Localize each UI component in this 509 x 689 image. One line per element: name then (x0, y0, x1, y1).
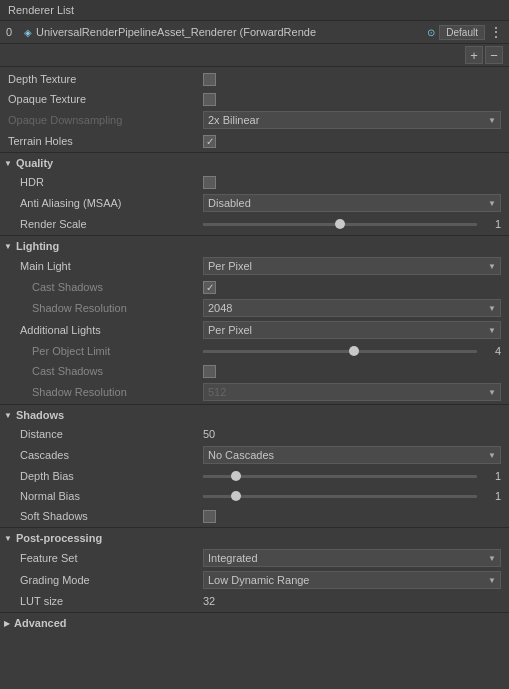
additional-lights-dropdown[interactable]: Per Pixel ▼ (203, 321, 501, 339)
quality-section-body: HDR Anti Aliasing (MSAA) Disabled ▼ Rend… (0, 172, 509, 234)
normal-bias-number: 1 (481, 490, 501, 502)
additional-shadow-resolution-row: Shadow Resolution 512 ▼ (0, 381, 509, 403)
grading-mode-dropdown[interactable]: Low Dynamic Range ▼ (203, 571, 501, 589)
dropdown-arrow-icon: ▼ (488, 304, 496, 313)
dropdown-arrow-icon: ▼ (488, 554, 496, 563)
additional-cast-shadows-row: Cast Shadows (0, 361, 509, 381)
additional-cast-shadows-checkbox[interactable] (203, 365, 216, 378)
depth-texture-label: Depth Texture (8, 73, 203, 85)
depth-bias-track[interactable] (203, 475, 477, 478)
depth-texture-checkbox[interactable] (203, 73, 216, 86)
main-shadow-resolution-label: Shadow Resolution (8, 302, 203, 314)
normal-bias-value: 1 (203, 490, 501, 502)
per-object-limit-row: Per Object Limit 4 (0, 341, 509, 361)
additional-cast-shadows-label: Cast Shadows (8, 365, 203, 377)
renderer-icon: ◈ (24, 27, 32, 38)
postprocessing-title: Post-processing (16, 532, 102, 544)
soft-shadows-label: Soft Shadows (8, 510, 203, 522)
hdr-row: HDR (0, 172, 509, 192)
renderer-tag: Default (439, 25, 485, 40)
main-light-value: Per Pixel ▼ (203, 257, 501, 275)
lighting-title: Lighting (16, 240, 59, 252)
grading-mode-value: Low Dynamic Range ▼ (203, 571, 501, 589)
opaque-downsampling-dropdown[interactable]: 2x Bilinear ▼ (203, 111, 501, 129)
quality-title: Quality (16, 157, 53, 169)
additional-cast-shadows-value (203, 365, 501, 378)
hdr-checkbox[interactable] (203, 176, 216, 189)
title-label: Renderer List (8, 4, 74, 16)
shadows-title: Shadows (16, 409, 64, 421)
main-light-dropdown[interactable]: Per Pixel ▼ (203, 257, 501, 275)
terrain-holes-label: Terrain Holes (8, 135, 203, 147)
cascades-value: No Cascades ▼ (203, 446, 501, 464)
main-shadow-resolution-value: 2048 ▼ (203, 299, 501, 317)
advanced-section-header[interactable]: ▶ Advanced (0, 614, 509, 632)
normal-bias-label: Normal Bias (8, 490, 203, 502)
depth-bias-row: Depth Bias 1 (0, 466, 509, 486)
renderer-index: 0 (6, 26, 20, 38)
shadows-section-header[interactable]: ▼ Shadows (0, 406, 509, 424)
anti-aliasing-dropdown[interactable]: Disabled ▼ (203, 194, 501, 212)
distance-text: 50 (203, 428, 215, 440)
title-bar: Renderer List (0, 0, 509, 21)
add-button[interactable]: + (465, 46, 483, 64)
per-object-limit-number: 4 (481, 345, 501, 357)
depth-texture-row: Depth Texture (0, 69, 509, 89)
feature-set-dropdown[interactable]: Integrated ▼ (203, 549, 501, 567)
per-object-limit-label: Per Object Limit (8, 345, 203, 357)
renderer-name: UniversalRenderPipelineAsset_Renderer (F… (36, 26, 423, 38)
main-content: Depth Texture Opaque Texture Opaque Down… (0, 67, 509, 634)
remove-button[interactable]: − (485, 46, 503, 64)
lut-size-value: 32 (203, 595, 501, 607)
feature-set-value: Integrated ▼ (203, 549, 501, 567)
quality-section-header[interactable]: ▼ Quality (0, 154, 509, 172)
soft-shadows-value (203, 510, 501, 523)
feature-set-row: Feature Set Integrated ▼ (0, 547, 509, 569)
renderer-dots[interactable]: ⋮ (489, 24, 503, 40)
grading-mode-row: Grading Mode Low Dynamic Range ▼ (0, 569, 509, 591)
cascades-row: Cascades No Cascades ▼ (0, 444, 509, 466)
opaque-texture-label: Opaque Texture (8, 93, 203, 105)
cascades-dropdown[interactable]: No Cascades ▼ (203, 446, 501, 464)
opaque-texture-value (203, 93, 501, 106)
add-remove-row: + − (0, 44, 509, 67)
main-shadow-resolution-row: Shadow Resolution 2048 ▼ (0, 297, 509, 319)
render-scale-row: Render Scale 1 (0, 214, 509, 234)
per-object-limit-track[interactable] (203, 350, 477, 353)
additional-lights-value: Per Pixel ▼ (203, 321, 501, 339)
render-scale-track[interactable] (203, 223, 477, 226)
lighting-section-body: Main Light Per Pixel ▼ Cast Shadows ✓ Sh… (0, 255, 509, 403)
renderer-target-icon: ⊙ (427, 27, 435, 38)
main-cast-shadows-checkbox[interactable]: ✓ (203, 281, 216, 294)
opaque-texture-checkbox[interactable] (203, 93, 216, 106)
main-shadow-resolution-dropdown[interactable]: 2048 ▼ (203, 299, 501, 317)
normal-bias-track[interactable] (203, 495, 477, 498)
additional-lights-label: Additional Lights (8, 324, 203, 336)
renderer-row: 0 ◈ UniversalRenderPipelineAsset_Rendere… (0, 21, 509, 44)
quality-arrow-icon: ▼ (4, 159, 12, 168)
depth-bias-value: 1 (203, 470, 501, 482)
hdr-value (203, 176, 501, 189)
per-object-limit-value: 4 (203, 345, 501, 357)
dropdown-arrow-icon: ▼ (488, 116, 496, 125)
dropdown-arrow-icon: ▼ (488, 262, 496, 271)
terrain-holes-checkbox[interactable]: ✓ (203, 135, 216, 148)
main-section: Depth Texture Opaque Texture Opaque Down… (0, 69, 509, 151)
main-cast-shadows-label: Cast Shadows (8, 281, 203, 293)
lighting-section-header[interactable]: ▼ Lighting (0, 237, 509, 255)
feature-set-label: Feature Set (8, 552, 203, 564)
render-scale-number: 1 (481, 218, 501, 230)
depth-bias-number: 1 (481, 470, 501, 482)
shadows-arrow-icon: ▼ (4, 411, 12, 420)
normal-bias-row: Normal Bias 1 (0, 486, 509, 506)
main-cast-shadows-value: ✓ (203, 281, 501, 294)
additional-shadow-resolution-dropdown[interactable]: 512 ▼ (203, 383, 501, 401)
soft-shadows-checkbox[interactable] (203, 510, 216, 523)
opaque-downsampling-row: Opaque Downsampling 2x Bilinear ▼ (0, 109, 509, 131)
dropdown-arrow-icon: ▼ (488, 451, 496, 460)
opaque-downsampling-value: 2x Bilinear ▼ (203, 111, 501, 129)
opaque-downsampling-label: Opaque Downsampling (8, 114, 203, 126)
grading-mode-label: Grading Mode (8, 574, 203, 586)
postprocessing-section-header[interactable]: ▼ Post-processing (0, 529, 509, 547)
dropdown-arrow-icon: ▼ (488, 576, 496, 585)
